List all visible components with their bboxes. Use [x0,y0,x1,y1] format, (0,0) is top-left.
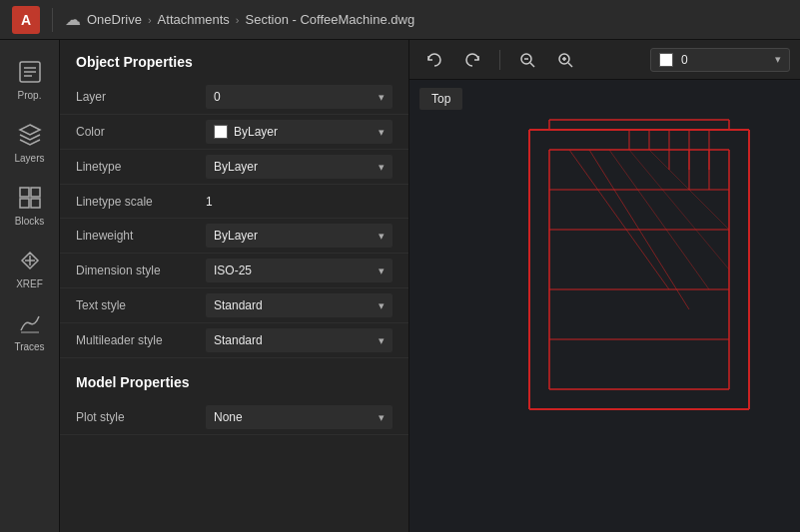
sidebar-item-traces[interactable]: Traces [0,299,59,362]
zoom-window-button[interactable] [512,46,542,74]
xref-icon [15,247,45,274]
svg-marker-4 [20,125,40,135]
label-layer: Layer [76,90,206,104]
cloud-icon: ☁ [65,10,81,29]
label-text-style: Text style [76,298,206,312]
svg-line-16 [568,63,572,67]
svg-rect-6 [31,188,40,197]
title-bar: A ☁ OneDrive › Attachments › Section - C… [0,0,800,40]
svg-line-34 [569,150,669,289]
cad-drawing [469,90,789,469]
breadcrumb-attachments[interactable]: Attachments [158,12,230,27]
traces-icon [15,309,45,337]
property-row-linetype: Linetype ByLayer [60,150,408,185]
sidebar-item-xref[interactable]: XREF [0,237,59,299]
sidebar-item-blocks[interactable]: Blocks [0,174,59,237]
property-row-text-style: Text style Standard [60,288,408,323]
property-row-lineweight: Lineweight ByLayer [60,219,408,254]
property-row-layer: Layer 0 [60,80,408,115]
properties-panel: Object Properties Layer 0 Color ByLayer … [60,40,409,532]
linetype-select[interactable]: ByLayer [206,155,393,179]
property-row-multileader-style: Multileader style Standard [60,323,408,358]
svg-line-36 [609,150,709,289]
label-dimension-style: Dimension style [76,264,206,277]
svg-rect-5 [20,188,29,197]
plot-style-select[interactable]: None [206,405,393,429]
undo-button[interactable] [419,46,449,74]
color-select[interactable]: ByLayer ▾ [206,120,393,144]
sidebar-label-xref: XREF [16,278,43,289]
viewport-toolbar: 0 ▾ [409,40,800,80]
property-row-color: Color ByLayer ▾ [60,115,408,150]
property-row-linetype-scale: Linetype scale 1 [60,185,408,219]
layer-select-arrow: ▾ [775,53,781,66]
toolbar-sep-1 [499,50,500,70]
layer-indicator[interactable]: 0 ▾ [650,48,790,72]
breadcrumb-file: Section - CoffeeMachine.dwg [246,12,415,27]
label-plot-style: Plot style [76,410,206,424]
layer-select-wrapper[interactable]: 0 [206,85,393,109]
breadcrumb-sep-2: › [236,14,240,26]
view-tab-top[interactable]: Top [419,88,462,110]
sidebar-label-layers: Layers [14,153,44,164]
multileader-style-select-wrapper[interactable]: Standard [206,328,393,352]
property-row-plot-style: Plot style None [60,400,408,435]
value-lineweight[interactable]: ByLayer [206,224,393,248]
redo-button[interactable] [457,46,487,74]
layer-select[interactable]: 0 [206,85,393,109]
label-color: Color [76,125,206,139]
breadcrumb-onedrive[interactable]: OneDrive [87,12,142,27]
label-lineweight: Lineweight [76,229,206,243]
app-icon: A [12,6,40,34]
plot-style-select-wrapper[interactable]: None [206,405,393,429]
viewport: 0 ▾ Top [409,40,800,532]
value-dimension-style[interactable]: ISO-25 [206,259,393,282]
color-chevron: ▾ [379,126,385,139]
sidebar-item-layers[interactable]: Layers [0,111,59,174]
prop-icon [15,58,45,86]
lineweight-select[interactable]: ByLayer [206,224,393,248]
value-multileader-style[interactable]: Standard [206,328,393,352]
layer-indicator-value: 0 [681,53,688,67]
linetype-select-wrapper[interactable]: ByLayer [206,155,393,179]
canvas-area: Top [409,80,800,532]
value-text-style[interactable]: Standard [206,293,393,317]
sidebar-label-prop: Prop. [18,90,42,101]
sidebar-label-traces: Traces [14,341,44,352]
lineweight-select-wrapper[interactable]: ByLayer [206,224,393,248]
model-properties-header: Model Properties [60,358,408,400]
label-multileader-style: Multileader style [76,333,206,347]
dimension-style-select[interactable]: ISO-25 [206,259,393,282]
text-style-select[interactable]: Standard [206,293,393,317]
layers-icon [15,121,45,149]
value-layer[interactable]: 0 [206,85,393,109]
layer-color-swatch [659,53,673,67]
sidebar-label-blocks: Blocks [15,216,44,227]
svg-rect-8 [31,199,40,208]
svg-line-13 [530,63,534,67]
svg-rect-7 [20,199,29,208]
main-layout: Prop. Layers Bl [0,40,800,532]
multileader-style-select[interactable]: Standard [206,328,393,352]
value-linetype-scale: 1 [206,194,393,209]
color-swatch [214,125,228,139]
value-plot-style[interactable]: None [206,405,393,429]
sidebar-item-prop[interactable]: Prop. [0,48,59,111]
color-value-text: ByLayer [234,125,379,139]
zoom-extents-button[interactable] [550,46,580,74]
blocks-icon [15,184,45,212]
breadcrumb-sep-1: › [148,14,152,26]
value-color[interactable]: ByLayer ▾ [206,120,393,144]
breadcrumb: ☁ OneDrive › Attachments › Section - Cof… [65,10,414,29]
title-bar-separator [52,8,53,32]
linetype-scale-text: 1 [206,190,213,214]
label-linetype: Linetype [76,160,206,174]
icon-sidebar: Prop. Layers Bl [0,40,60,532]
object-properties-header: Object Properties [60,40,408,80]
property-row-dimension-style: Dimension style ISO-25 [60,254,408,288]
svg-line-37 [629,150,729,269]
text-style-select-wrapper[interactable]: Standard [206,293,393,317]
label-linetype-scale: Linetype scale [76,195,206,209]
dimension-style-select-wrapper[interactable]: ISO-25 [206,259,393,282]
value-linetype[interactable]: ByLayer [206,155,393,179]
